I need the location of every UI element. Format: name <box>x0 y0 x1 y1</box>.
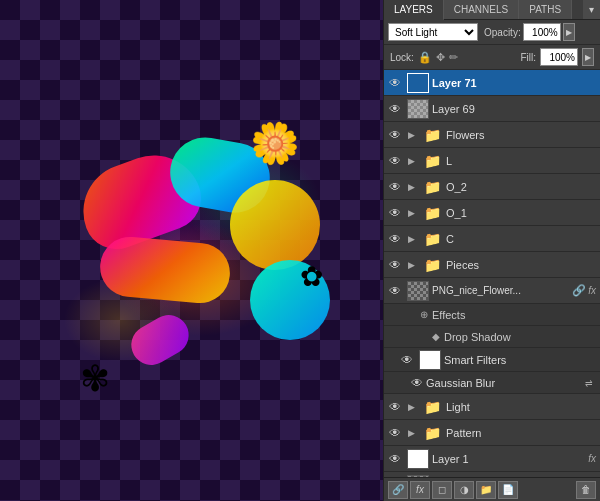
fill-input[interactable] <box>540 48 578 66</box>
expand-icon-l[interactable]: ▶ <box>404 154 418 168</box>
visibility-icon-layer69[interactable]: 👁 <box>386 100 404 118</box>
add-style-button[interactable]: fx <box>410 481 430 499</box>
layer-name-o2: O_2 <box>446 181 598 193</box>
move-icon[interactable]: ✥ <box>436 51 445 64</box>
visibility-icon-layer1[interactable]: 👁 <box>386 450 404 468</box>
lock-row: Lock: 🔒 ✥ ✏ Fill: ▶ <box>384 45 600 70</box>
layer-name-layer69: Layer 69 <box>432 103 598 115</box>
drop-shadow-label: Drop Shadow <box>444 331 511 343</box>
gaussian-blur-row[interactable]: 👁 Gaussian Blur ⇌ <box>384 372 600 394</box>
drop-shadow-row[interactable]: ◆ Drop Shadow <box>384 326 600 348</box>
thumbnail-smart-filters <box>419 350 441 370</box>
layer-row-pattern[interactable]: 👁 ▶ 📁 Pattern <box>384 420 600 446</box>
blend-mode-select[interactable]: Soft Light <box>388 23 478 41</box>
layer-name-l: L <box>446 155 598 167</box>
visibility-icon-pieces[interactable]: 👁 <box>386 256 404 274</box>
lock-label: Lock: <box>390 52 414 63</box>
visibility-icon-c[interactable]: 👁 <box>386 230 404 248</box>
layers-list[interactable]: 👁 Layer 71 👁 Layer 69 👁 ▶ 📁 Flowers <box>384 70 600 477</box>
expand-icon-light[interactable]: ▶ <box>404 400 418 414</box>
layer-row-c[interactable]: 👁 ▶ 📁 C <box>384 226 600 252</box>
expand-icon-o2[interactable]: ▶ <box>404 180 418 194</box>
delete-layer-button[interactable]: 🗑 <box>576 481 596 499</box>
expand-icon-o1[interactable]: ▶ <box>404 206 418 220</box>
visibility-icon-png-nice[interactable]: 👁 <box>386 282 404 300</box>
visibility-icon-layer71[interactable]: 👁 <box>386 74 404 92</box>
thumbnail-layer1 <box>407 449 429 469</box>
lock-icon[interactable]: 🔒 <box>418 51 432 64</box>
layer-row-o2[interactable]: 👁 ▶ 📁 O_2 <box>384 174 600 200</box>
layer-row-layer69[interactable]: 👁 Layer 69 <box>384 96 600 122</box>
layer-row-flowers[interactable]: 👁 ▶ 📁 Flowers <box>384 122 600 148</box>
expand-icon-pattern[interactable]: ▶ <box>404 426 418 440</box>
visibility-icon-pattern[interactable]: 👁 <box>386 424 404 442</box>
new-adjustment-button[interactable]: ◑ <box>454 481 474 499</box>
tab-paths[interactable]: PATHS <box>519 0 572 19</box>
expand-icon-flowers[interactable]: ▶ <box>404 128 418 142</box>
expand-icon-pieces[interactable]: ▶ <box>404 258 418 272</box>
visibility-icon-light[interactable]: 👁 <box>386 398 404 416</box>
fill-label: Fill: <box>520 52 536 63</box>
fx-badge-png-nice: fx <box>588 285 596 296</box>
thumbnail-png-nice <box>407 281 429 301</box>
visibility-icon-o2[interactable]: 👁 <box>386 178 404 196</box>
add-mask-button[interactable]: ◻ <box>432 481 452 499</box>
candy-shapes: 🌼 ✿ ✾ <box>50 100 350 450</box>
thumbnail-c: 📁 <box>421 229 443 249</box>
layer-name-o1: O_1 <box>446 207 598 219</box>
link-icon-png-nice: 🔗 <box>572 284 586 297</box>
expand-icon-c[interactable]: ▶ <box>404 232 418 246</box>
smart-filters-row[interactable]: 👁 Smart Filters <box>384 348 600 372</box>
new-layer-button[interactable]: 📄 <box>498 481 518 499</box>
layer-row-light[interactable]: 👁 ▶ 📁 Light <box>384 394 600 420</box>
opacity-input[interactable] <box>523 23 561 41</box>
candy-blob-6 <box>124 308 196 373</box>
layer-name-light: Light <box>446 401 598 413</box>
tab-layers[interactable]: LAYERS <box>384 0 444 20</box>
layer-row-background[interactable]: ○ Background <box>384 472 600 477</box>
thumbnail-l: 📁 <box>421 151 443 171</box>
panel-collapse-button[interactable]: ▾ <box>583 0 600 19</box>
smart-filters-label: Smart Filters <box>444 354 600 366</box>
layer-name-pattern: Pattern <box>446 427 598 439</box>
tab-channels[interactable]: CHANNELS <box>444 0 519 19</box>
brush-icon[interactable]: ✏ <box>449 51 458 64</box>
panels-area: LAYERS CHANNELS PATHS ▾ Soft Light Opaci… <box>383 0 600 501</box>
visibility-icon-background: ○ <box>386 476 404 478</box>
canvas-area: 🌼 ✿ ✾ <box>0 0 383 501</box>
opacity-label: Opacity: <box>484 27 521 38</box>
visibility-icon-o1[interactable]: 👁 <box>386 204 404 222</box>
layer-row-png-nice[interactable]: 👁 PNG_nice_Flower... 🔗 fx <box>384 278 600 304</box>
tabs-bar: LAYERS CHANNELS PATHS ▾ <box>384 0 600 20</box>
new-group-button[interactable]: 📁 <box>476 481 496 499</box>
thumbnail-background <box>407 475 429 478</box>
visibility-icon-gaussian[interactable]: 👁 <box>408 374 426 392</box>
folder-icon-o1: 📁 <box>424 205 441 221</box>
opacity-arrow-button[interactable]: ▶ <box>563 23 575 41</box>
thumbnail-o1: 📁 <box>421 203 443 223</box>
visibility-icon-smart-filters[interactable]: 👁 <box>398 351 416 369</box>
visibility-icon-l[interactable]: 👁 <box>386 152 404 170</box>
white-flower-2: ✾ <box>80 358 110 400</box>
effects-label: Effects <box>432 309 465 321</box>
layer-row-o1[interactable]: 👁 ▶ 📁 O_1 <box>384 200 600 226</box>
link-layers-button[interactable]: 🔗 <box>388 481 408 499</box>
blend-mode-row: Soft Light Opacity: ▶ <box>384 20 600 45</box>
yellow-flower: 🌼 <box>250 120 300 167</box>
layer-row-l[interactable]: 👁 ▶ 📁 L <box>384 148 600 174</box>
effects-label-row[interactable]: ⊕ Effects <box>384 304 600 326</box>
layer-row-layer71[interactable]: 👁 Layer 71 <box>384 70 600 96</box>
fill-arrow-button[interactable]: ▶ <box>582 48 594 66</box>
visibility-icon-flowers[interactable]: 👁 <box>386 126 404 144</box>
layer-name-layer1: Layer 1 <box>432 453 588 465</box>
white-flower-1: ✿ <box>300 260 323 293</box>
candy-blob-3 <box>230 180 320 270</box>
gaussian-settings-icon[interactable]: ⇌ <box>582 376 596 390</box>
layer-name-png-nice: PNG_nice_Flower... <box>432 285 572 296</box>
layer-row-layer1[interactable]: 👁 Layer 1 fx <box>384 446 600 472</box>
folder-icon-o2: 📁 <box>424 179 441 195</box>
layer-name-pieces: Pieces <box>446 259 598 271</box>
folder-icon-light: 📁 <box>424 399 441 415</box>
folder-icon-flowers: 📁 <box>424 127 441 143</box>
layer-row-pieces[interactable]: 👁 ▶ 📁 Pieces <box>384 252 600 278</box>
